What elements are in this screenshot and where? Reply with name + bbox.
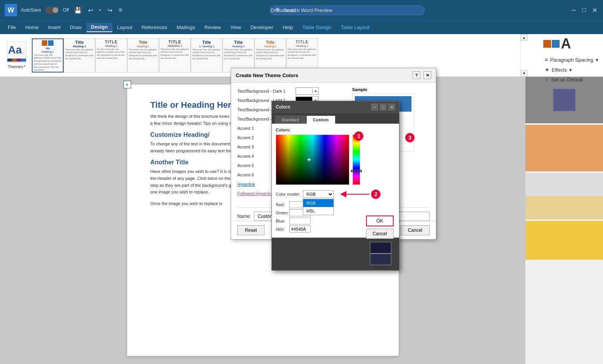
right-image-4: [525, 221, 603, 260]
colors-tab-custom[interactable]: Custom: [306, 116, 335, 124]
autosave-toggle[interactable]: [45, 7, 59, 14]
current-color-swatch: [370, 254, 391, 265]
colors-close-button[interactable]: ✕: [388, 104, 395, 110]
colors-tabs: Standard Custom: [272, 113, 399, 124]
colors-body: Colors: 1 OK Cancel Color model: RGB: [272, 124, 399, 238]
ribbon-scrollbar: ▲ ▼: [520, 34, 527, 77]
theme-colors-close-button[interactable]: ✕: [423, 71, 431, 79]
arrow-line: [346, 194, 370, 195]
add-content-button[interactable]: +: [123, 81, 131, 88]
set-as-default-icon: ✓: [545, 77, 549, 83]
menu-table-layout[interactable]: Table Layout: [336, 23, 374, 32]
paragraph-spacing-dropdown[interactable]: ▾: [596, 57, 598, 63]
ribbon-right-controls: A ≡ Paragraph Spacing ▾ ✦ Effects ▾ ✓ Se…: [543, 36, 600, 83]
menu-home[interactable]: Home: [21, 23, 43, 32]
theme-thumb-6[interactable]: Title 1. Heading 1 The Insert tab, the g…: [191, 38, 223, 72]
theme-color-swatch-1[interactable]: ▾: [295, 87, 319, 95]
hex-input[interactable]: [289, 226, 311, 233]
menu-references[interactable]: References: [137, 23, 172, 32]
undo-icon[interactable]: ↩: [87, 5, 94, 15]
colors-maximize-button[interactable]: □: [380, 104, 387, 110]
theme-colors-help-button[interactable]: ?: [413, 71, 420, 79]
themes-section[interactable]: Aa Themes ▾: [3, 36, 30, 75]
right-image-2: [525, 125, 603, 171]
step-2-label: 2: [371, 190, 380, 199]
colors-minimize-button[interactable]: ─: [371, 104, 378, 110]
colors-dialog: Colors ─ □ ✕ Standard Custom Colors: 1 O…: [271, 101, 399, 271]
dropdown-item-rgb[interactable]: RGB: [303, 199, 333, 207]
menu-help[interactable]: Help: [278, 23, 298, 32]
colors-cancel-button[interactable]: Cancel: [366, 229, 394, 239]
effects-label: Effects: [552, 67, 567, 73]
color-model-select-container: RGB HSL RGB HSL: [303, 190, 334, 198]
theme-thumb-8[interactable]: Title Heading 1 The Insert tab, the gall…: [254, 38, 286, 72]
hue-handle[interactable]: [351, 170, 362, 172]
menu-developer[interactable]: Developer: [246, 23, 278, 32]
menu-layout[interactable]: Layout: [112, 23, 137, 32]
menu-design[interactable]: Design: [86, 22, 112, 32]
paragraph-spacing-icon: ≡: [545, 57, 548, 63]
menu-draw[interactable]: Draw: [65, 23, 86, 32]
reset-button[interactable]: Reset: [237, 225, 264, 235]
redo-icon[interactable]: ↪: [106, 5, 114, 15]
colors-dialog-controls: ─ □ ✕: [371, 104, 395, 110]
menu-file[interactable]: File: [3, 23, 21, 32]
colors-tab-standard[interactable]: Standard: [275, 116, 306, 124]
current-label: Current: [374, 265, 387, 269]
menu-table-design[interactable]: Table Design: [298, 23, 336, 32]
dropdown-item-hsl[interactable]: HSL: [303, 207, 333, 215]
theme-thumb-4[interactable]: Title Heading 1 The Insert tab, the gall…: [127, 38, 159, 72]
color-model-label: Color model:: [276, 192, 300, 197]
menu-mailings[interactable]: Mailings: [172, 23, 200, 32]
theme-thumb-7[interactable]: Title Heading 1 The Insert tab, the gall…: [223, 38, 254, 72]
colors-label: Colors:: [276, 128, 395, 132]
title-bar: W AutoSave Off 💾 ↩ ▾ ↪ ≡ Document1 - Wor…: [0, 0, 603, 20]
green-label: Green:: [276, 210, 289, 215]
red-arrow-icon: [340, 191, 346, 197]
ribbon-scroll-down[interactable]: ▼: [521, 70, 528, 77]
colors-ok-button[interactable]: OK: [366, 216, 394, 226]
effects-icon: ✦: [545, 67, 549, 73]
hex-label: Hex:: [276, 227, 289, 231]
undo-dropdown[interactable]: ▾: [98, 7, 102, 13]
themes-color-bars: [7, 59, 26, 62]
menu-insert[interactable]: Insert: [43, 23, 66, 32]
effects-button[interactable]: ✦ Effects ▾: [543, 66, 574, 74]
theme-color-row-textbg-dark1: Text/Background - Dark 1 ▾: [237, 87, 346, 95]
sample-label: Sample: [352, 87, 414, 92]
customize-icon[interactable]: ≡: [117, 5, 123, 15]
theme-thumb-2[interactable]: Title Heading 1 The Insert tab, the gall…: [64, 38, 95, 72]
blue-input[interactable]: [289, 217, 311, 224]
color-gradient[interactable]: [276, 135, 349, 185]
menu-bar: File Home Insert Draw Design Layout Refe…: [0, 20, 603, 34]
menu-view[interactable]: View: [226, 23, 246, 32]
effects-dropdown[interactable]: ▾: [569, 67, 572, 73]
color-model-select[interactable]: RGB HSL: [303, 190, 334, 198]
swatch-dropdown-1[interactable]: ▾: [312, 90, 318, 93]
menu-review[interactable]: Review: [200, 23, 226, 32]
themes-a-icon: Aa: [8, 44, 22, 56]
save-icon[interactable]: 💾: [73, 5, 83, 15]
theme-thumb-3[interactable]: TITLE Heading 1 On the Insert tab, the g…: [95, 38, 127, 72]
close-icon[interactable]: ✕: [591, 5, 598, 15]
set-as-default-button[interactable]: ✓ Set as Default: [543, 76, 585, 83]
theme-thumb-5[interactable]: TITLE HEADING 1 The Insert tab, the gall…: [159, 38, 191, 72]
theme-colors-dialog-title: Create New Theme Colors: [236, 72, 298, 78]
right-panel: [525, 77, 603, 364]
colors-action-buttons: OK Cancel: [366, 216, 394, 239]
color-model-row: Color model: RGB HSL RGB HSL 2: [276, 190, 395, 199]
autosave-off-label: Off: [63, 7, 69, 13]
themes-dropdown-icon[interactable]: ▾: [24, 64, 25, 68]
red-label: Red:: [276, 202, 289, 207]
maximize-icon[interactable]: □: [581, 5, 587, 15]
minimize-icon[interactable]: ─: [570, 5, 577, 15]
step-3-label: 3: [405, 133, 415, 142]
set-as-default-label: Set as Default: [551, 77, 583, 83]
paragraph-spacing-button[interactable]: ≡ Paragraph Spacing ▾: [543, 56, 600, 64]
word-icon: W: [5, 4, 17, 16]
theme-thumb-1[interactable]: Aa Heading 1 The Insert tab, the galleri…: [32, 38, 64, 72]
ribbon-scroll-up[interactable]: ▲: [521, 34, 528, 41]
hue-slider[interactable]: [352, 135, 360, 185]
theme-thumb-9[interactable]: TITLE Heading 1 The Insert tab, the gall…: [286, 38, 318, 72]
cancel-button[interactable]: Cancel: [401, 225, 430, 235]
